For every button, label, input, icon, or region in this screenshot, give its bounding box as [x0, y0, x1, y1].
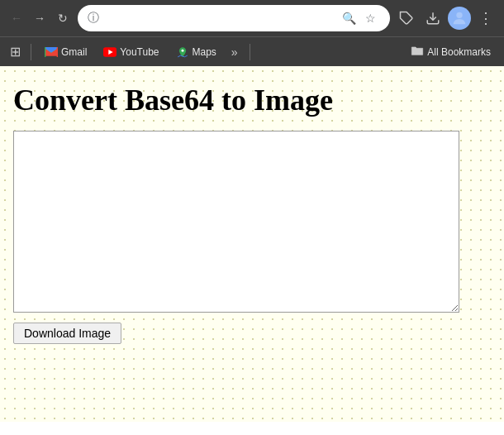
download-icon [426, 11, 440, 26]
avatar-icon [450, 9, 468, 27]
more-bookmarks-button[interactable]: » [226, 43, 243, 61]
address-icons: 🔍 ☆ [339, 8, 380, 28]
bookmarks-bar: ⊞ Gmail YouTube [0, 36, 504, 66]
reload-icon: ↻ [58, 12, 68, 25]
youtube-icon [103, 45, 116, 59]
kebab-menu-icon: ⋮ [478, 9, 494, 27]
maps-icon [176, 45, 189, 59]
nav-bar: ← → ↻ ⓘ 127.0.0.1:550... 🔍 ☆ [0, 0, 504, 36]
svg-rect-3 [45, 47, 45, 57]
all-bookmarks-label: All Bookmarks [427, 46, 491, 58]
chevron-right-icon: » [231, 45, 238, 59]
search-icon-button[interactable]: 🔍 [339, 8, 359, 28]
youtube-label: YouTube [120, 46, 159, 58]
bookmark-youtube[interactable]: YouTube [97, 43, 165, 61]
puzzle-icon [399, 11, 414, 26]
bookmark-gmail[interactable]: Gmail [38, 43, 93, 61]
page-title: Convert Base64 to Image [13, 83, 491, 117]
address-bar[interactable]: ⓘ 127.0.0.1:550... 🔍 ☆ [78, 5, 390, 31]
maps-label: Maps [193, 46, 216, 58]
base64-textarea[interactable] [13, 131, 459, 313]
svg-rect-4 [57, 47, 58, 57]
svg-point-7 [181, 49, 183, 51]
menu-button[interactable]: ⋮ [474, 7, 497, 30]
nav-arrows: ← → ↻ [7, 8, 73, 28]
apps-grid-icon[interactable]: ⊞ [7, 41, 24, 63]
extensions-button[interactable] [395, 7, 418, 30]
page-content: Convert Base64 to Image Download Image [0, 66, 504, 422]
gmail-label: Gmail [61, 46, 87, 58]
back-icon: ← [11, 12, 22, 25]
divider [31, 44, 31, 60]
avatar[interactable] [448, 7, 471, 30]
svg-point-2 [456, 12, 462, 18]
browser-chrome: ← → ↻ ⓘ 127.0.0.1:550... 🔍 ☆ [0, 0, 504, 66]
back-button[interactable]: ← [7, 8, 26, 28]
reload-button[interactable]: ↻ [53, 8, 73, 28]
forward-icon: → [34, 12, 45, 25]
divider-2 [250, 44, 250, 60]
folder-icon [411, 45, 424, 59]
download-button[interactable] [421, 7, 445, 30]
all-bookmarks-button[interactable]: All Bookmarks [404, 42, 497, 61]
download-image-button[interactable]: Download Image [13, 323, 121, 344]
url-input[interactable]: 127.0.0.1:550... [104, 12, 334, 25]
bookmark-star-button[interactable]: ☆ [360, 8, 380, 28]
toolbar-icons: ⋮ [395, 7, 497, 30]
gmail-icon [45, 45, 58, 59]
forward-button[interactable]: → [30, 8, 50, 28]
bookmark-maps[interactable]: Maps [169, 43, 223, 61]
info-icon: ⓘ [88, 11, 99, 26]
